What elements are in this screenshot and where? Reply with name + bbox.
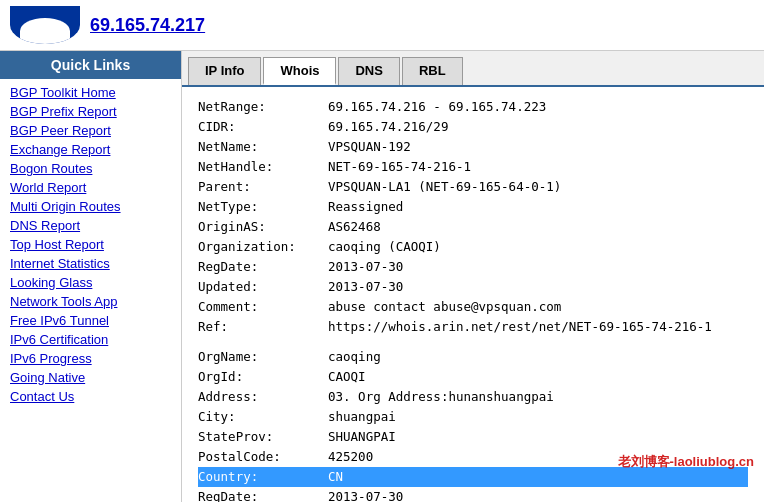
whois-value: Reassigned: [328, 197, 403, 217]
whois-row: OrgName:caoqing: [198, 347, 748, 367]
whois-label: NetType:: [198, 197, 328, 217]
whois-value: 425200: [328, 447, 373, 467]
whois-label: Country:: [198, 467, 328, 487]
whois-row: City:shuangpai: [198, 407, 748, 427]
content: IP InfoWhoisDNSRBL NetRange:69.165.74.21…: [182, 51, 764, 502]
whois-value: VPSQUAN-LA1 (NET-69-165-64-0-1): [328, 177, 561, 197]
whois-row: CIDR:69.165.74.216/29: [198, 117, 748, 137]
whois-content: NetRange:69.165.74.216 - 69.165.74.223CI…: [182, 87, 764, 502]
whois-row: Updated:2013-07-30: [198, 277, 748, 297]
whois-value: VPSQUAN-192: [328, 137, 411, 157]
whois-label: Organization:: [198, 237, 328, 257]
whois-value: caoqing (CAOQI): [328, 237, 441, 257]
tab-rbl[interactable]: RBL: [402, 57, 463, 85]
whois-value: AS62468: [328, 217, 381, 237]
watermark: 老刘博客-laoliublog.cn: [618, 453, 755, 471]
sidebar-link-ipv6-certification[interactable]: IPv6 Certification: [0, 330, 181, 349]
whois-label: RegDate:: [198, 257, 328, 277]
logo: [10, 6, 80, 44]
sidebar-link-network-tools-app[interactable]: Network Tools App: [0, 292, 181, 311]
whois-row: NetRange:69.165.74.216 - 69.165.74.223: [198, 97, 748, 117]
whois-label: Parent:: [198, 177, 328, 197]
whois-value: 2013-07-30: [328, 277, 403, 297]
whois-value: 69.165.74.216/29: [328, 117, 448, 137]
sidebar-link-bgp-peer-report[interactable]: BGP Peer Report: [0, 121, 181, 140]
sidebar-link-bgp-prefix-report[interactable]: BGP Prefix Report: [0, 102, 181, 121]
sidebar-link-world-report[interactable]: World Report: [0, 178, 181, 197]
sidebar-link-top-host-report[interactable]: Top Host Report: [0, 235, 181, 254]
whois-row: RegDate:2013-07-30: [198, 487, 748, 502]
whois-value: abuse contact abuse@vpsquan.com: [328, 297, 561, 317]
whois-label: Ref:: [198, 317, 328, 337]
whois-label: Address:: [198, 387, 328, 407]
whois-label: PostalCode:: [198, 447, 328, 467]
whois-label: OrgName:: [198, 347, 328, 367]
whois-value: https://whois.arin.net/rest/net/NET-69-1…: [328, 317, 712, 337]
sidebar-link-going-native[interactable]: Going Native: [0, 368, 181, 387]
whois-label: NetRange:: [198, 97, 328, 117]
whois-value: caoqing: [328, 347, 381, 367]
tab-dns[interactable]: DNS: [338, 57, 399, 85]
sidebar-link-bogon-routes[interactable]: Bogon Routes: [0, 159, 181, 178]
whois-label: NetName:: [198, 137, 328, 157]
header: 69.165.74.217: [0, 0, 764, 51]
whois-value: 2013-07-30: [328, 487, 403, 502]
whois-label: OriginAS:: [198, 217, 328, 237]
tabs: IP InfoWhoisDNSRBL: [182, 51, 764, 87]
sidebar-link-ipv6-progress[interactable]: IPv6 Progress: [0, 349, 181, 368]
whois-value: SHUANGPAI: [328, 427, 396, 447]
whois-label: City:: [198, 407, 328, 427]
whois-label: CIDR:: [198, 117, 328, 137]
sidebar-link-exchange-report[interactable]: Exchange Report: [0, 140, 181, 159]
sidebar-link-contact-us[interactable]: Contact Us: [0, 387, 181, 406]
whois-label: RegDate:: [198, 487, 328, 502]
sidebar-link-free-ipv6-tunnel[interactable]: Free IPv6 Tunnel: [0, 311, 181, 330]
whois-row: NetType:Reassigned: [198, 197, 748, 217]
sidebar-link-looking-glass[interactable]: Looking Glass: [0, 273, 181, 292]
whois-value: 2013-07-30: [328, 257, 403, 277]
whois-row: Ref:https://whois.arin.net/rest/net/NET-…: [198, 317, 748, 337]
whois-row: OriginAS:AS62468: [198, 217, 748, 237]
header-ip[interactable]: 69.165.74.217: [90, 15, 205, 36]
whois-label: Updated:: [198, 277, 328, 297]
whois-label: StateProv:: [198, 427, 328, 447]
whois-row: Address:03. Org Address:hunanshuangpai: [198, 387, 748, 407]
whois-row: Parent:VPSQUAN-LA1 (NET-69-165-64-0-1): [198, 177, 748, 197]
sidebar: Quick Links BGP Toolkit HomeBGP Prefix R…: [0, 51, 182, 502]
whois-value: NET-69-165-74-216-1: [328, 157, 471, 177]
whois-value: CN: [328, 467, 343, 487]
whois-value: 69.165.74.216 - 69.165.74.223: [328, 97, 546, 117]
whois-row: NetHandle:NET-69-165-74-216-1: [198, 157, 748, 177]
sidebar-link-dns-report[interactable]: DNS Report: [0, 216, 181, 235]
whois-blank: [198, 337, 748, 347]
sidebar-links: BGP Toolkit HomeBGP Prefix ReportBGP Pee…: [0, 79, 181, 410]
whois-row: OrgId:CAOQI: [198, 367, 748, 387]
sidebar-link-bgp-toolkit-home[interactable]: BGP Toolkit Home: [0, 83, 181, 102]
whois-row: Comment:abuse contact abuse@vpsquan.com: [198, 297, 748, 317]
sidebar-title: Quick Links: [0, 51, 181, 79]
whois-label: OrgId:: [198, 367, 328, 387]
tab-whois[interactable]: Whois: [263, 57, 336, 85]
whois-value: CAOQI: [328, 367, 366, 387]
whois-label: Comment:: [198, 297, 328, 317]
tab-ip-info[interactable]: IP Info: [188, 57, 261, 85]
main-layout: Quick Links BGP Toolkit HomeBGP Prefix R…: [0, 51, 764, 502]
whois-row: Organization:caoqing (CAOQI): [198, 237, 748, 257]
whois-value: shuangpai: [328, 407, 396, 427]
whois-value: 03. Org Address:hunanshuangpai: [328, 387, 554, 407]
sidebar-link-multi-origin-routes[interactable]: Multi Origin Routes: [0, 197, 181, 216]
whois-row: StateProv:SHUANGPAI: [198, 427, 748, 447]
whois-row: NetName:VPSQUAN-192: [198, 137, 748, 157]
sidebar-link-internet-statistics[interactable]: Internet Statistics: [0, 254, 181, 273]
whois-row: RegDate:2013-07-30: [198, 257, 748, 277]
whois-label: NetHandle:: [198, 157, 328, 177]
